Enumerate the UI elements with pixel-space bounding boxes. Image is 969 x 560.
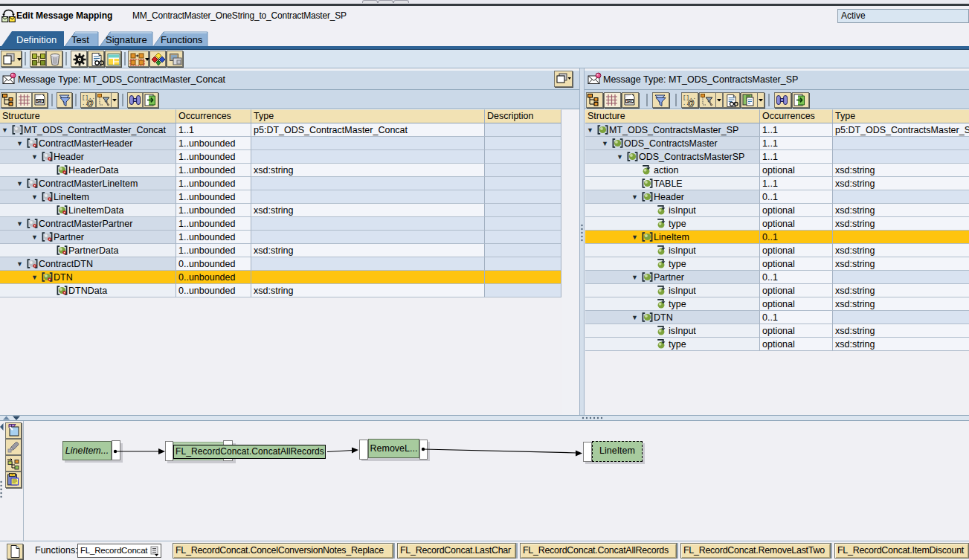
svg-text:SRC: SRC xyxy=(36,100,44,103)
svg-text:@: @ xyxy=(687,99,695,107)
svg-text:@: @ xyxy=(86,99,94,107)
svg-text:SRC: SRC xyxy=(626,100,634,103)
